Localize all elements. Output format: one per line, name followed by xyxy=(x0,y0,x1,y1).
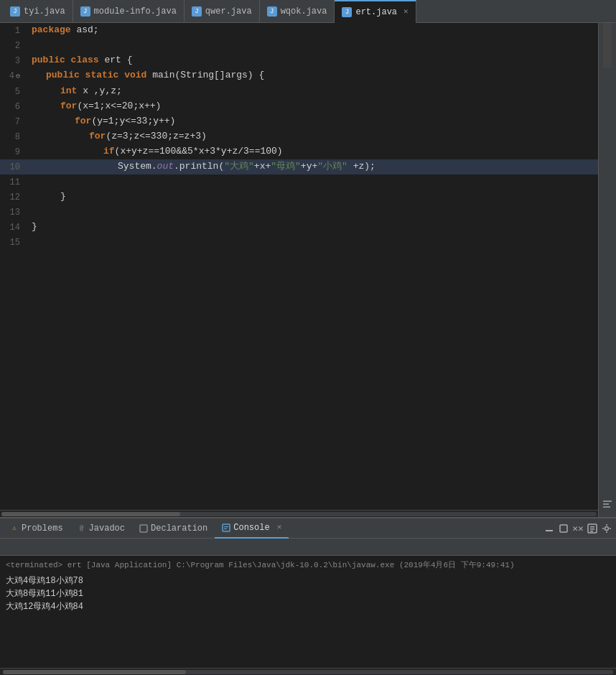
table-row: 2 xyxy=(0,38,598,53)
line-number-5: 5 xyxy=(0,84,29,99)
svg-rect-5 xyxy=(224,526,228,527)
overview-ruler-icon xyxy=(600,32,615,46)
tab-label-module: module-info.java xyxy=(94,6,177,17)
line-number-3: 3 xyxy=(0,53,29,68)
line-number-1: 1 xyxy=(0,23,29,38)
line-number-9: 9 xyxy=(0,144,29,159)
svg-rect-10 xyxy=(590,526,594,528)
tab-label-qwer: qwer.java xyxy=(205,6,252,17)
outline-icon[interactable] xyxy=(600,497,615,511)
tab-bar: J tyi.java J module-info.java J qwer.jav… xyxy=(0,0,616,23)
line-number-11: 11 xyxy=(0,174,29,190)
svg-rect-11 xyxy=(590,529,594,530)
minimize-console-button[interactable] xyxy=(543,522,556,535)
bottom-console-scrollbar[interactable] xyxy=(0,668,616,675)
tab-console[interactable]: Console ✕ xyxy=(215,518,289,539)
console-output[interactable]: <terminated> ert [Java Application] C:\P… xyxy=(0,556,616,668)
console-scroll-track xyxy=(3,670,613,674)
line-number-14: 14 xyxy=(0,220,29,235)
line-code-10[interactable]: System.out.println("大鸡"+x+"母鸡"+y+"小鸡" +z… xyxy=(29,159,598,174)
svg-rect-0 xyxy=(603,501,612,502)
table-row: 11 xyxy=(0,174,598,190)
editor-content[interactable]: 1 package asd; 2 3 public class ert { 4⊖… xyxy=(0,23,598,510)
tab-problems[interactable]: ⚠ Problems xyxy=(3,518,70,539)
tab-javadoc[interactable]: @ Javadoc xyxy=(70,518,132,539)
tab-close-console[interactable]: ✕ xyxy=(277,523,282,531)
line-number-12: 12 xyxy=(0,190,29,205)
tab-icon-ert: J xyxy=(342,7,352,17)
tab-label-ert: ert.java xyxy=(355,7,397,17)
line-number-6: 6 xyxy=(0,99,29,114)
table-row: 15 xyxy=(0,235,598,250)
svg-rect-8 xyxy=(560,525,567,532)
line-code-6[interactable]: for(x=1;x<=20;x++) xyxy=(29,99,598,114)
tab-javadoc-label: Javadoc xyxy=(89,523,125,534)
line-code-2[interactable] xyxy=(29,38,598,53)
tab-icon-tyi: J xyxy=(10,6,20,17)
svg-rect-12 xyxy=(590,531,593,532)
table-row: 3 public class ert { xyxy=(0,53,598,68)
table-row: 7 for(y=1;y<=33;y++) xyxy=(0,114,598,129)
line-code-11[interactable] xyxy=(29,174,598,190)
problems-icon: ⚠ xyxy=(10,524,19,533)
pin-console-button[interactable] xyxy=(586,522,599,535)
line-number-4: 4⊖ xyxy=(0,68,29,84)
scrollbar-thumb xyxy=(1,512,180,516)
line-code-4[interactable]: public static void main(String[]args) { xyxy=(29,68,598,84)
maximize-console-button[interactable] xyxy=(557,522,570,535)
declaration-icon xyxy=(139,524,148,533)
tab-close-ert[interactable]: ✕ xyxy=(403,8,409,16)
bottom-panel: ⚠ Problems @ Javadoc Declaration xyxy=(0,517,616,675)
line-code-8[interactable]: for(z=3;z<=330;z=z+3) xyxy=(29,129,598,144)
console-line-3: 大鸡12母鸡4小鸡84 xyxy=(6,600,610,613)
svg-rect-1 xyxy=(603,503,609,505)
table-row: 12 } xyxy=(0,190,598,205)
console-icon xyxy=(222,523,230,532)
svg-rect-3 xyxy=(140,525,147,532)
tab-label-wqok: wqok.java xyxy=(281,6,327,17)
tab-ert[interactable]: J ert.java ✕ xyxy=(335,0,416,23)
tab-module[interactable]: J module-info.java xyxy=(73,0,185,23)
svg-point-13 xyxy=(605,526,609,530)
tab-qwer[interactable]: J qwer.java xyxy=(185,0,260,23)
table-row: 1 package asd; xyxy=(0,23,598,38)
line-number-13: 13 xyxy=(0,205,29,220)
terminated-line: <terminated> ert [Java Application] C:\P… xyxy=(6,559,610,572)
line-number-15: 15 xyxy=(0,235,29,250)
line-code-7[interactable]: for(y=1;y<=33;y++) xyxy=(29,114,598,129)
horizontal-scrollbar[interactable] xyxy=(0,510,598,517)
line-code-13[interactable] xyxy=(29,205,598,220)
settings-console-button[interactable] xyxy=(600,522,613,535)
table-row: 4⊖ public static void main(String[]args)… xyxy=(0,68,598,84)
code-table: 1 package asd; 2 3 public class ert { 4⊖… xyxy=(0,23,598,250)
tab-declaration[interactable]: Declaration xyxy=(132,518,215,539)
console-scroll-thumb xyxy=(3,670,186,674)
table-row: 14 } xyxy=(0,220,598,235)
line-number-2: 2 xyxy=(0,38,29,53)
line-code-1[interactable]: package asd; xyxy=(29,23,598,38)
table-row: 9 if(x+y+z==100&&5*x+3*y+z/3==100) xyxy=(0,144,598,159)
line-code-12[interactable]: } xyxy=(29,190,598,205)
table-row: 5 int x ,y,z; xyxy=(0,84,598,99)
tab-wqok[interactable]: J wqok.java xyxy=(260,0,335,23)
editor-area: 1 package asd; 2 3 public class ert { 4⊖… xyxy=(0,23,598,517)
line-code-9[interactable]: if(x+y+z==100&&5*x+3*y+z/3==100) xyxy=(29,144,598,159)
line-code-14[interactable]: } xyxy=(29,220,598,235)
tab-icon-module: J xyxy=(80,6,90,17)
table-row: 10 System.out.println("大鸡"+x+"母鸡"+y+"小鸡"… xyxy=(0,159,598,174)
table-row: 6 for(x=1;x<=20;x++) xyxy=(0,99,598,114)
close-console-button[interactable]: ✕✕ xyxy=(571,522,584,535)
table-row: 8 for(z=3;z<=330;z=z+3) xyxy=(0,129,598,144)
tab-icon-qwer: J xyxy=(192,6,202,17)
bottom-tab-bar: ⚠ Problems @ Javadoc Declaration xyxy=(0,518,616,539)
line-code-3[interactable]: public class ert { xyxy=(29,53,598,68)
tab-tyi[interactable]: J tyi.java xyxy=(3,0,73,23)
console-toolbar xyxy=(0,539,616,556)
main-area: 1 package asd; 2 3 public class ert { 4⊖… xyxy=(0,23,616,517)
svg-rect-6 xyxy=(224,528,227,529)
svg-rect-2 xyxy=(603,506,610,508)
tab-console-label: Console xyxy=(233,523,269,533)
svg-rect-7 xyxy=(546,530,553,531)
line-code-15[interactable] xyxy=(29,235,598,250)
line-code-5[interactable]: int x ,y,z; xyxy=(29,84,598,99)
